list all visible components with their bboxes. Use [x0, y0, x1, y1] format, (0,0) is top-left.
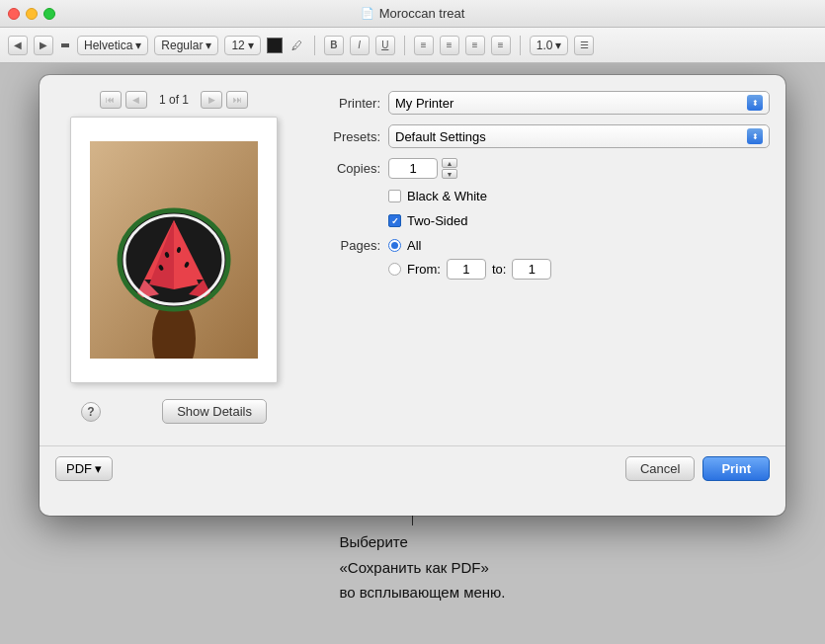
presets-row: Presets: Default Settings ⬍	[316, 124, 770, 148]
presets-dropdown-arrow: ⬍	[747, 128, 763, 144]
color-picker-icon[interactable]: 🖊	[289, 38, 305, 53]
black-white-label: Black & White	[407, 189, 487, 203]
pages-to-input[interactable]	[512, 259, 551, 280]
pages-row: Pages: All	[316, 238, 770, 253]
settings-pane: Printer: My Printer ⬍ Presets:	[308, 91, 770, 430]
presets-label: Presets:	[316, 129, 380, 144]
pages-from-input[interactable]	[447, 259, 486, 280]
two-sided-label: Two-Sided	[407, 213, 467, 228]
page-indicator: 1 of 1	[151, 93, 197, 107]
show-details-button[interactable]: Show Details	[162, 399, 267, 424]
align-left-btn[interactable]: ≡	[414, 36, 434, 55]
black-white-checkbox[interactable]	[388, 190, 401, 202]
black-white-row: Black & White	[388, 189, 770, 203]
presets-selector[interactable]: Default Settings ⬍	[388, 124, 770, 148]
back-btn[interactable]: ◀	[8, 36, 28, 55]
pages-all-row: All	[388, 238, 421, 253]
preview-pane: ⏮ ◀ 1 of 1 ▶ ⏭	[55, 91, 292, 430]
copies-increment[interactable]: ▲	[442, 158, 457, 168]
page-preview	[70, 117, 278, 383]
play-btn[interactable]: ▶	[34, 36, 53, 55]
two-sided-checkbox[interactable]	[388, 214, 401, 227]
text-color-box[interactable]	[267, 38, 283, 53]
printer-row: Printer: My Printer ⬍	[316, 91, 770, 115]
two-sided-row: Two-Sided	[388, 213, 770, 228]
copies-label: Copies:	[316, 161, 380, 176]
preview-nav: ⏮ ◀ 1 of 1 ▶ ⏭	[100, 91, 248, 109]
nav-buttons: ▶	[34, 36, 53, 55]
separator-1	[314, 36, 315, 55]
pages-all-label: All	[407, 238, 421, 253]
pdf-dropdown-arrow: ▾	[95, 461, 102, 476]
print-button[interactable]: Print	[702, 456, 770, 481]
font-style-selector[interactable]: Regular ▾	[154, 36, 218, 55]
ruler-marker	[61, 43, 69, 47]
copies-stepper: ▲ ▼	[442, 158, 457, 179]
pages-from-row: From: to:	[388, 259, 770, 280]
dialog-body: ⏮ ◀ 1 of 1 ▶ ⏭	[40, 75, 785, 445]
document-preview-image	[90, 141, 258, 359]
prev-page-btn[interactable]: ◀	[125, 91, 147, 109]
pages-all-radio[interactable]	[388, 239, 401, 252]
traffic-lights	[8, 8, 55, 20]
align-center-btn[interactable]: ≡	[440, 36, 459, 55]
italic-button[interactable]: I	[350, 36, 370, 55]
cancel-button[interactable]: Cancel	[625, 456, 695, 481]
toolbar: ◀ ▶ Helvetica ▾ Regular ▾ 12 ▾ 🖊 B I U ≡…	[0, 28, 825, 63]
printer-label: Printer:	[316, 96, 380, 111]
pdf-button[interactable]: PDF ▾	[55, 456, 113, 481]
window-title: 📄 Moroccan treat	[361, 6, 465, 21]
pages-to-label: to:	[492, 262, 506, 277]
document-icon: 📄	[361, 7, 374, 20]
last-page-btn[interactable]: ⏭	[226, 91, 248, 109]
close-button[interactable]	[8, 8, 20, 20]
copies-input[interactable]	[388, 158, 438, 179]
font-size-selector[interactable]: 12 ▾	[224, 36, 260, 55]
minimize-button[interactable]	[26, 8, 38, 20]
presets-dropdown[interactable]: Default Settings ⬍	[388, 124, 770, 148]
first-page-btn[interactable]: ⏮	[100, 91, 122, 109]
print-dialog: ⏮ ◀ 1 of 1 ▶ ⏭	[40, 75, 785, 516]
separator-3	[520, 36, 521, 55]
font-family-selector[interactable]: Helvetica ▾	[77, 36, 148, 55]
pages-section: Pages: All From: to:	[316, 238, 770, 280]
preview-footer: ? Show Details	[65, 395, 283, 430]
printer-dropdown[interactable]: My Printer ⬍	[388, 91, 770, 115]
copies-decrement[interactable]: ▼	[442, 169, 457, 179]
underline-button[interactable]: U	[375, 36, 395, 55]
separator-2	[404, 36, 405, 55]
copies-spinner: ▲ ▼	[388, 158, 457, 179]
dialog-footer: PDF ▾ Cancel Print	[40, 445, 785, 491]
pages-range-radio[interactable]	[388, 263, 401, 276]
list-btn[interactable]: ☰	[574, 36, 594, 55]
align-justify-btn[interactable]: ≡	[491, 36, 511, 55]
pages-from-label: From:	[407, 262, 441, 277]
app-window: 📄 Moroccan treat ◀ ▶ Helvetica ▾ Regular…	[0, 0, 825, 644]
line-spacing-selector[interactable]: 1.0 ▾	[530, 36, 569, 55]
printer-selector[interactable]: My Printer ⬍	[388, 91, 770, 115]
titlebar: 📄 Moroccan treat	[0, 0, 825, 28]
printer-dropdown-arrow: ⬍	[747, 95, 763, 111]
align-right-btn[interactable]: ≡	[465, 36, 485, 55]
maximize-button[interactable]	[43, 8, 55, 20]
copies-row: Copies: ▲ ▼	[316, 158, 770, 179]
help-button[interactable]: ?	[81, 402, 101, 422]
next-page-btn[interactable]: ▶	[201, 91, 222, 109]
bold-button[interactable]: B	[324, 36, 344, 55]
pages-label: Pages:	[316, 238, 380, 253]
main-area: ⏮ ◀ 1 of 1 ▶ ⏭	[0, 63, 825, 644]
